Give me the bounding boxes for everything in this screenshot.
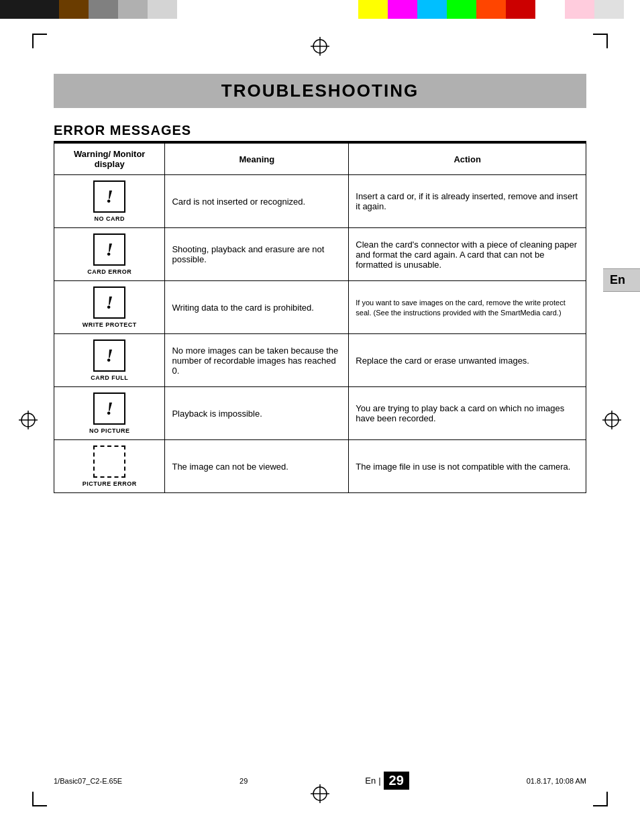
warning-icon-label: NO CARD <box>94 215 125 222</box>
meaning-cell: The image can not be viewed. <box>165 440 349 493</box>
color-bar-segment <box>476 0 506 19</box>
warning-icon-box: ! <box>93 286 125 319</box>
color-bar-left <box>0 0 268 19</box>
col-header-meaning: Meaning <box>165 144 349 175</box>
color-bar-segment <box>30 0 59 19</box>
color-bar-segment <box>358 0 388 19</box>
footer-right-text: 01.8.17, 10:08 AM <box>527 777 586 785</box>
footer: 1/Basic07_C2-E.65E 29 En | 29 01.8.17, 1… <box>54 772 586 790</box>
warning-icon-box: ! <box>93 180 125 213</box>
corner-bracket-bl <box>32 792 47 806</box>
color-bar-segment <box>388 0 417 19</box>
warning-icon-label: WRITE PROTECT <box>83 321 137 328</box>
warning-cell-0: !NO CARD <box>54 175 165 228</box>
table-row: !WRITE PROTECTWriting data to the card i… <box>54 281 586 334</box>
col-header-action: Action <box>349 144 586 175</box>
page-title: TROUBLESHOOTING <box>221 81 419 101</box>
meaning-cell: No more images can be taken because the … <box>165 334 349 387</box>
color-bar-segment <box>447 0 476 19</box>
crosshair-right <box>602 411 621 429</box>
warning-icon-box: ! <box>93 233 125 266</box>
meaning-cell: Playback is impossible. <box>165 387 349 440</box>
table-row: !CARD FULLNo more images can be taken be… <box>54 334 586 387</box>
table-row: !CARD ERRORShooting, playback and erasur… <box>54 228 586 281</box>
action-cell: Clean the card's connector with a piece … <box>349 228 586 281</box>
corner-bracket-br <box>593 792 608 806</box>
warning-cell-1: !CARD ERROR <box>54 228 165 281</box>
color-bar-segment <box>0 0 30 19</box>
color-bar-segment <box>148 0 177 19</box>
color-bar-segment <box>565 0 594 19</box>
warning-icon-box <box>93 445 125 478</box>
color-bar-segment <box>207 0 236 19</box>
corner-bracket-tl <box>32 34 47 48</box>
warning-icon-box: ! <box>93 339 125 372</box>
footer-divider: | <box>378 776 380 786</box>
color-bar-segment <box>535 0 565 19</box>
action-cell: Replace the card or erase unwanted image… <box>349 334 586 387</box>
table-row: !NO CARDCard is not inserted or recogniz… <box>54 175 586 228</box>
color-bar-segment <box>59 0 89 19</box>
color-bar-segment <box>594 0 624 19</box>
action-cell: If you want to save images on the card, … <box>349 281 586 334</box>
corner-bracket-tr <box>593 34 608 48</box>
meaning-cell: Card is not inserted or recognized. <box>165 175 349 228</box>
color-bar-segment <box>89 0 118 19</box>
footer-page-num: 29 <box>384 772 409 790</box>
warning-icon-label: CARD ERROR <box>87 268 131 275</box>
action-cell: The image file in use is not compatible … <box>349 440 586 493</box>
meaning-cell: Writing data to the card is prohibited. <box>165 281 349 334</box>
table-row: !NO PICTUREPlayback is impossible.You ar… <box>54 387 586 440</box>
warning-cell-5: PICTURE ERROR <box>54 440 165 493</box>
color-bar-segment <box>506 0 535 19</box>
color-bar-segment <box>417 0 447 19</box>
color-bars <box>0 0 640 19</box>
warning-icon-label: CARD FULL <box>91 374 128 381</box>
col-header-warning: Warning/ Monitor display <box>54 144 165 175</box>
color-bar-segment <box>118 0 148 19</box>
action-cell: Insert a card or, if it is already inser… <box>349 175 586 228</box>
main-content: TROUBLESHOOTING ERROR MESSAGES Warning/ … <box>54 74 586 493</box>
footer-center-text: 29 <box>239 777 248 785</box>
meaning-cell: Shooting, playback and erasure are not p… <box>165 228 349 281</box>
warning-icon-label: PICTURE ERROR <box>83 480 137 487</box>
footer-en-label: En <box>365 776 376 786</box>
table-row: PICTURE ERRORThe image can not be viewed… <box>54 440 586 493</box>
color-bar-segment <box>177 0 207 19</box>
table-header-row: Warning/ Monitor display Meaning Action <box>54 144 586 175</box>
section-heading: ERROR MESSAGES <box>54 123 586 143</box>
en-badge: En <box>603 268 640 292</box>
warning-cell-3: !CARD FULL <box>54 334 165 387</box>
warning-cell-4: !NO PICTURE <box>54 387 165 440</box>
error-table: Warning/ Monitor display Meaning Action … <box>54 143 586 493</box>
color-bar-segment <box>236 0 266 19</box>
warning-cell-2: !WRITE PROTECT <box>54 281 165 334</box>
action-cell: You are trying to play back a card on wh… <box>349 387 586 440</box>
color-bar-right <box>358 0 640 19</box>
footer-page-badge: En | 29 <box>365 772 409 790</box>
crosshair-left <box>19 411 38 429</box>
warning-icon-label: NO PICTURE <box>89 427 130 434</box>
footer-left-text: 1/Basic07_C2-E.65E <box>54 777 122 785</box>
page-title-box: TROUBLESHOOTING <box>54 74 586 108</box>
crosshair-top <box>311 37 329 56</box>
warning-icon-box: ! <box>93 392 125 425</box>
